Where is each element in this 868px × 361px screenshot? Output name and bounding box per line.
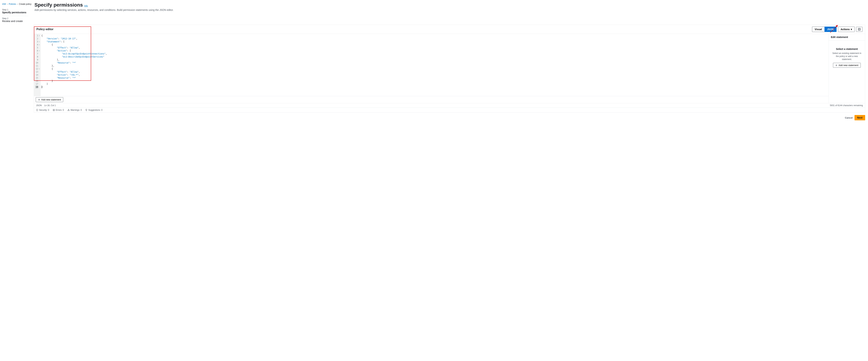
editor-mode-indicator: JSON [36,104,42,107]
lint-warnings[interactable]: Warnings: 0 [67,109,82,111]
page-title: Specify permissions [34,2,83,8]
step-2[interactable]: Step 2 Review and create [2,16,28,25]
step-name: Review and create [2,20,28,23]
lint-warnings-text: Warnings: 0 [70,109,82,111]
lint-errors-text: Errors: 0 [56,109,64,111]
actions-label: Actions [841,28,850,31]
characters-remaining: 5931 of 6144 characters remaining [830,104,863,107]
step-name: Specify permissions [2,11,28,14]
policy-editor-panel: Policy editor Visual JSON Actions ▾ [34,25,865,112]
error-icon [53,109,55,111]
page-subtitle: Add permissions by selecting services, a… [34,8,865,11]
lint-errors[interactable]: Errors: 0 [53,109,64,111]
json-editor[interactable]: 123456789101112131415161718 ▾▾▾▾▾ { "Ver… [34,34,829,96]
wizard-steps: IAM › Policies › Create policy Step 1 Sp… [2,2,34,25]
add-statement-button-side[interactable]: Add new statement [833,63,861,68]
add-statement-label: Add new statement [838,64,858,67]
step-number: Step 1 [2,8,28,11]
breadcrumb-policies[interactable]: Policies [9,3,16,5]
lint-security-text: Security: 0 [39,109,49,111]
code-content[interactable]: { "Version": "2012-10-17", "Statement": … [41,34,829,96]
warning-icon [67,109,70,111]
step-number: Step 2 [2,17,28,20]
breadcrumb: IAM › Policies › Create policy [2,3,34,7]
lightbulb-icon [85,109,87,111]
edit-statement-title: Edit statement [829,34,865,40]
editor-mode-toggle: Visual JSON [812,27,837,32]
shield-icon [36,109,38,111]
next-button[interactable]: Next [855,115,865,120]
lint-status-bar: Security: 0 Errors: 0 Warnings: 0 Sugges… [34,107,865,112]
line-number-gutter: 123456789101112131415161718 [34,34,39,96]
editor-status-bar: JSON Ln 18, Col 1 5931 of 6144 character… [34,103,865,107]
wizard-footer: Cancel Next [0,112,868,123]
policy-editor-title: Policy editor [36,28,54,31]
info-link[interactable]: Info [84,5,88,7]
edit-statement-panel: Edit statement Select a statement Select… [829,34,865,103]
chevron-down-icon: ▾ [851,28,852,31]
fullscreen-icon [858,28,861,31]
plus-icon [835,64,837,66]
chevron-right-icon: › [7,3,8,5]
select-statement-description: Select an existing statement in the poli… [831,52,863,61]
select-statement-heading: Select a statement [831,47,863,51]
cursor-position: Ln 18, Col 1 [44,104,56,107]
breadcrumb-current: Create policy [19,3,31,5]
cancel-button[interactable]: Cancel [845,115,853,120]
visual-mode-button[interactable]: Visual [812,27,825,32]
fullscreen-button[interactable] [856,27,863,32]
lint-suggestions[interactable]: Suggestions: 0 [85,109,102,111]
actions-dropdown-button[interactable]: Actions ▾ [838,27,855,32]
plus-icon [38,99,40,101]
lint-suggestions-text: Suggestions: 0 [88,109,102,111]
breadcrumb-iam[interactable]: IAM [2,3,6,5]
json-mode-button[interactable]: JSON [825,27,837,32]
svg-rect-1 [859,29,860,30]
chevron-right-icon: › [17,3,18,5]
fold-gutter: ▾▾▾▾▾ [39,34,41,96]
add-statement-label: Add new statement [41,98,61,101]
code-pane: 123456789101112131415161718 ▾▾▾▾▾ { "Ver… [34,34,829,103]
add-statement-button[interactable]: Add new statement [36,97,63,102]
step-1[interactable]: Step 1 Specify permissions [2,7,28,16]
lint-security[interactable]: Security: 0 [36,109,49,111]
